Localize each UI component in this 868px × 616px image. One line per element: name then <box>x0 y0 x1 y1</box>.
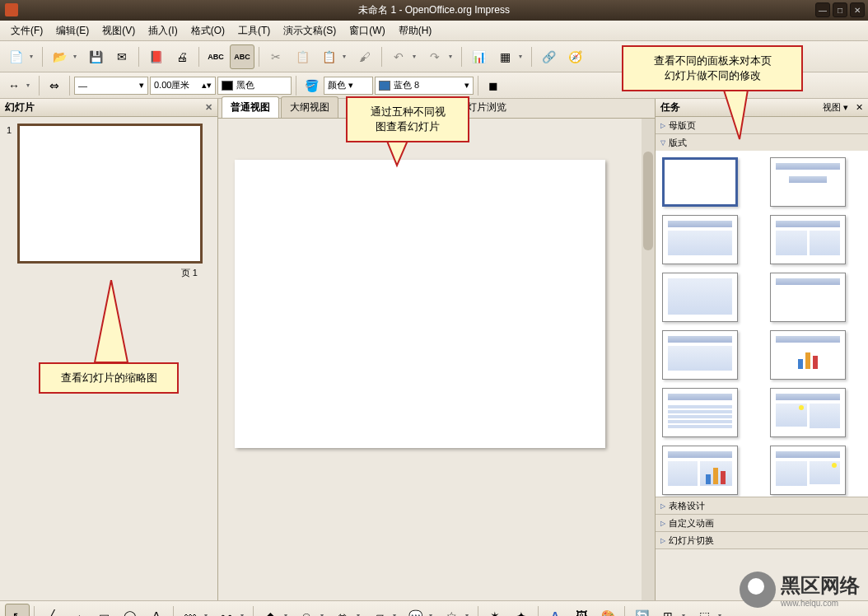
paste-button[interactable]: 📋 <box>316 44 341 69</box>
select-tool[interactable]: ↖ <box>5 604 30 617</box>
layout-title-object[interactable] <box>662 330 738 380</box>
menu-edit[interactable]: 编辑(E) <box>49 21 96 40</box>
menu-window[interactable]: 窗口(W) <box>343 21 391 40</box>
callout-thumbnails-arrow <box>91 280 140 366</box>
arrange-tool[interactable]: ⬚ <box>692 604 716 617</box>
connector-tool[interactable]: ⊶ <box>214 604 239 617</box>
current-slide[interactable] <box>235 160 605 448</box>
layout-content-only[interactable] <box>662 273 738 322</box>
menu-tools[interactable]: 工具(T) <box>231 21 277 40</box>
chart-button[interactable]: 📊 <box>466 44 491 69</box>
menu-file[interactable]: 文件(F) <box>4 21 49 40</box>
layout-title-table[interactable] <box>662 388 738 437</box>
format-paintbrush-button[interactable]: 🖌 <box>352 44 377 69</box>
star-tool[interactable]: ☆ <box>439 604 464 617</box>
window-title: 未命名 1 - OpenOffice.org Impress <box>358 3 510 17</box>
arrow-dropdown[interactable]: ▾ <box>26 82 35 89</box>
section-custom-animation[interactable]: ▷自定义动画 <box>656 515 868 531</box>
section-table-design[interactable]: ▷表格设计 <box>656 497 868 514</box>
callout-thumbnails: 查看幻灯片的缩略图 <box>39 362 179 394</box>
shadow-button[interactable]: ◼ <box>483 75 504 96</box>
symbol-shapes-tool[interactable]: ☺ <box>294 604 319 617</box>
line-width-field[interactable]: 0.00厘米▴▾ <box>150 77 216 95</box>
navigator-button[interactable]: 🧭 <box>562 44 587 69</box>
line-style-combo[interactable]: — ▾ <box>74 77 148 95</box>
callout-tool[interactable]: 💬 <box>403 604 427 617</box>
rectangle-tool[interactable]: ▭ <box>91 604 116 617</box>
layout-title-content[interactable] <box>662 215 738 264</box>
layout-title-text-chart[interactable] <box>662 446 738 495</box>
gallery-tool[interactable]: 🎨 <box>595 604 620 617</box>
autospell-button[interactable]: ABC <box>230 44 254 69</box>
fill-color-combo[interactable]: 蓝色 8▾ <box>375 77 474 95</box>
copy-button[interactable]: 📋 <box>290 44 315 69</box>
paste-dropdown[interactable]: ▾ <box>343 53 351 60</box>
section-master-pages[interactable]: ▷母版页 <box>656 117 868 133</box>
section-layouts-label: 版式 <box>669 137 687 149</box>
gluepoints-tool[interactable]: ✦ <box>509 604 534 617</box>
tasks-view-menu[interactable]: 视图 ▾ ✕ <box>823 101 863 114</box>
menu-view[interactable]: 视图(V) <box>96 21 142 40</box>
layout-blank[interactable] <box>662 157 738 207</box>
fill-style-combo[interactable]: 颜色 ▾ <box>324 77 373 95</box>
layout-two-content[interactable] <box>770 215 846 264</box>
layout-title-text-image[interactable] <box>770 446 846 495</box>
export-pdf-button[interactable]: 📕 <box>143 44 168 69</box>
layout-title-image-text[interactable] <box>770 388 846 437</box>
line-color-combo[interactable]: 黑色 <box>217 77 292 95</box>
scrollbar-thumb[interactable] <box>643 152 653 250</box>
redo-dropdown[interactable]: ▾ <box>449 53 457 60</box>
maximize-button[interactable]: □ <box>833 2 847 17</box>
area-fill-button[interactable]: 🪣 <box>301 75 322 96</box>
section-slide-transition[interactable]: ▷幻灯片切换 <box>656 532 868 548</box>
new-button[interactable]: 📄 <box>3 44 28 69</box>
align-tool[interactable]: ⊞ <box>656 604 680 617</box>
section-layouts[interactable]: ▽版式 <box>656 134 868 151</box>
curve-tool[interactable]: 〰 <box>178 604 203 617</box>
redo-button[interactable]: ↷ <box>422 44 447 69</box>
minimize-button[interactable]: — <box>815 2 830 17</box>
open-button[interactable]: 📂 <box>47 44 72 69</box>
layout-title-only[interactable] <box>770 273 846 322</box>
menu-slideshow[interactable]: 演示文稿(S) <box>277 21 343 40</box>
table-dropdown[interactable]: ▾ <box>519 53 527 60</box>
tasks-panel-close-icon[interactable]: ✕ <box>856 102 863 113</box>
hyperlink-button[interactable]: 🔗 <box>536 44 561 69</box>
menu-format[interactable]: 格式(O) <box>184 21 231 40</box>
undo-dropdown[interactable]: ▾ <box>413 53 421 60</box>
cut-button[interactable]: ✂ <box>264 44 288 69</box>
table-button[interactable]: ▦ <box>492 44 517 69</box>
menu-insert[interactable]: 插入(I) <box>142 21 184 40</box>
slide-canvas[interactable] <box>218 119 655 600</box>
slides-panel-close-icon[interactable]: ✕ <box>205 102 212 113</box>
close-button[interactable]: ✕ <box>850 2 865 17</box>
flowchart-tool[interactable]: ▱ <box>366 604 391 617</box>
tab-outline-view[interactable]: 大纲视图 <box>281 96 338 118</box>
layout-title-chart[interactable] <box>770 330 846 380</box>
section-anim-label: 自定义动画 <box>669 517 714 530</box>
new-dropdown[interactable]: ▾ <box>30 53 38 60</box>
line-tool[interactable]: ╱ <box>39 604 63 617</box>
basic-shapes-tool[interactable]: ◆ <box>258 604 282 617</box>
slide-thumbnail-1[interactable] <box>17 124 203 264</box>
arrow-tool[interactable]: → <box>65 604 90 617</box>
arrow-style-button[interactable]: ↔ <box>3 75 25 96</box>
points-tool[interactable]: ✶ <box>483 604 507 617</box>
layout-title[interactable] <box>770 157 846 207</box>
text-tool[interactable]: A̲ <box>144 604 169 617</box>
rotate-tool[interactable]: 🔄 <box>629 604 654 617</box>
ellipse-tool[interactable]: ◯ <box>118 604 142 617</box>
spellcheck-button[interactable]: ABC <box>203 44 228 69</box>
email-button[interactable]: ✉ <box>110 44 134 69</box>
open-dropdown[interactable]: ▾ <box>73 53 82 60</box>
undo-button[interactable]: ↶ <box>386 44 411 69</box>
save-button[interactable]: 💾 <box>83 44 108 69</box>
fontwork-tool[interactable]: A <box>543 604 567 617</box>
menu-help[interactable]: 帮助(H) <box>392 21 439 40</box>
block-arrows-tool[interactable]: ⬄ <box>330 604 355 617</box>
from-file-tool[interactable]: 🖼 <box>569 604 594 617</box>
print-button[interactable]: 🖨 <box>170 44 194 69</box>
tab-normal-view[interactable]: 普通视图 <box>222 96 279 118</box>
vertical-scrollbar[interactable] <box>642 119 655 600</box>
arrowheads-button[interactable]: ⇔ <box>44 75 65 96</box>
